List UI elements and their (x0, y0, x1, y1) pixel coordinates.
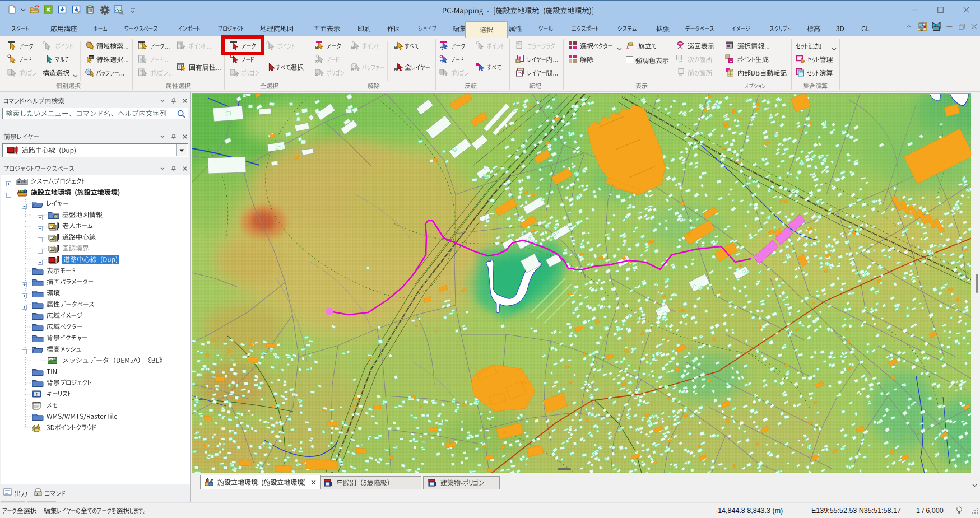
option-dbtransfer-button[interactable] (737, 68, 787, 77)
tree-keylist[interactable] (1, 389, 190, 400)
invert-node-button[interactable] (451, 55, 464, 64)
selectall-polygon-button[interactable] (241, 68, 260, 77)
tree-tin[interactable] (1, 366, 190, 377)
attr-unique-button[interactable] (189, 63, 221, 72)
ribbon-tab-6[interactable] (253, 21, 301, 36)
attr-arc-button[interactable] (150, 41, 170, 50)
command-tab[interactable] (34, 488, 66, 499)
tree-display-mode[interactable] (1, 265, 190, 277)
clear-all-button[interactable] (405, 41, 419, 50)
attr-polygon-button[interactable] (150, 68, 174, 77)
ribbon-tab-23[interactable] (854, 21, 877, 36)
ribbon-tab-19[interactable] (724, 21, 758, 36)
select-multi-button[interactable] (55, 55, 69, 64)
select-point-button[interactable] (55, 41, 73, 50)
display-clear-button[interactable] (580, 55, 593, 64)
mdi-map-icon[interactable] (917, 22, 927, 31)
display-prev-button[interactable] (688, 68, 713, 77)
foreground-layer-panel-header-close-icon[interactable] (182, 134, 188, 139)
tab-list-dropdown-icon[interactable] (972, 479, 977, 489)
display-next-button[interactable] (688, 55, 713, 64)
document-tab-0[interactable] (200, 475, 321, 489)
combo-dropdown-button[interactable] (176, 144, 187, 156)
tree-layer-rojin-home[interactable] (1, 221, 190, 232)
ribbon-tab-4[interactable] (170, 21, 208, 36)
tree-elevation-mesh[interactable] (1, 344, 190, 355)
tree-wms[interactable] (1, 411, 190, 422)
minimize-button[interactable] (908, 3, 921, 16)
tree-layer-kokucho[interactable] (1, 243, 190, 254)
clear-node-button[interactable] (327, 55, 340, 64)
tree-environment[interactable] (1, 288, 190, 299)
attr-node-button[interactable] (150, 55, 169, 64)
tree-layer-road-centerline[interactable] (1, 232, 190, 243)
vertical-scrollbar-thumb[interactable] (976, 274, 978, 293)
mdi-minimize-button[interactable] (945, 24, 953, 30)
display-selectvector-button[interactable] (580, 41, 613, 50)
workspace-panel-header-close-icon[interactable] (182, 166, 188, 171)
output-tab[interactable] (3, 488, 27, 499)
clear-polygon-button[interactable] (327, 68, 345, 77)
tree-wide-vector[interactable] (1, 321, 190, 333)
tree-wide-image[interactable] (1, 310, 190, 321)
clear-arc-button[interactable] (327, 41, 341, 50)
tree-bg-picture[interactable] (1, 333, 190, 344)
invert-point-button[interactable] (487, 41, 505, 50)
ribbon-tab-0[interactable] (4, 21, 36, 36)
mdi-close-button[interactable] (970, 24, 978, 30)
set-manage-button[interactable] (807, 55, 833, 64)
ribbon-tab-7[interactable] (306, 21, 347, 36)
tree-3d-pointcloud[interactable] (1, 422, 190, 433)
map-viewport[interactable] (192, 93, 971, 474)
ribbon-tab-12[interactable] (465, 21, 508, 38)
ribbon-tab-8[interactable] (350, 21, 378, 36)
document-tab-1[interactable] (319, 476, 421, 489)
selectall-all-button[interactable] (276, 63, 304, 72)
maximize-button[interactable] (934, 3, 946, 16)
transfer-errorflag-button[interactable] (527, 41, 556, 50)
vertical-scrollbar[interactable] (973, 93, 980, 474)
ribbon-tab-2[interactable] (86, 21, 115, 36)
option-selectinfo-button[interactable] (737, 41, 770, 50)
highlight-color-checkbox[interactable] (626, 55, 635, 64)
tree-mesh-data[interactable] (1, 355, 190, 366)
set-operation-button[interactable] (807, 68, 833, 77)
tree-project-root[interactable] (1, 187, 190, 198)
select-arc-button[interactable] (19, 41, 34, 50)
selectall-node-button[interactable] (241, 55, 254, 64)
document-tab-2[interactable] (423, 476, 500, 489)
display-flag-button[interactable] (638, 41, 657, 50)
open-button[interactable] (29, 4, 40, 16)
excel-export-button[interactable] (43, 4, 54, 16)
new-dropdown-icon[interactable] (21, 8, 26, 12)
ribbon-tab-3[interactable] (117, 21, 165, 36)
display-patrol-button[interactable] (688, 41, 714, 50)
close-button[interactable] (960, 3, 972, 16)
collapse-ribbon-icon[interactable] (905, 25, 913, 29)
ribbon-tab-21[interactable] (800, 21, 828, 36)
ribbon-tab-18[interactable] (678, 21, 722, 36)
map-canvas[interactable] (192, 94, 971, 473)
ribbon-tab-9[interactable] (380, 21, 408, 36)
invert-arc-button[interactable] (451, 41, 466, 50)
transfer-betweenlayers-button[interactable] (527, 68, 559, 77)
structure-select-button[interactable] (43, 68, 69, 77)
search-panel-header-close-icon[interactable] (182, 98, 188, 104)
selectall-point-button[interactable] (277, 41, 295, 50)
resize-grip[interactable] (972, 507, 979, 517)
special-select-button[interactable] (96, 55, 129, 64)
mdi-view-icon[interactable] (931, 22, 941, 31)
foreground-layer-panel-header-collapse-icon[interactable] (159, 134, 165, 139)
ribbon-tab-10[interactable] (411, 21, 444, 36)
ribbon-tab-16[interactable] (610, 21, 644, 36)
ribbon-tab-15[interactable] (564, 21, 606, 36)
buffer-select-button[interactable] (96, 68, 125, 77)
horizontal-scrollbar-thumb[interactable] (558, 468, 571, 470)
invert-all-button[interactable] (487, 63, 501, 72)
option-pointgen-button[interactable] (737, 55, 769, 64)
lightbulb-icon[interactable] (955, 506, 963, 517)
ribbon-tab-22[interactable] (829, 21, 852, 36)
select-polygon-button[interactable] (19, 68, 38, 77)
tree-system-project[interactable] (1, 176, 190, 187)
clear-point-button[interactable] (362, 41, 380, 50)
